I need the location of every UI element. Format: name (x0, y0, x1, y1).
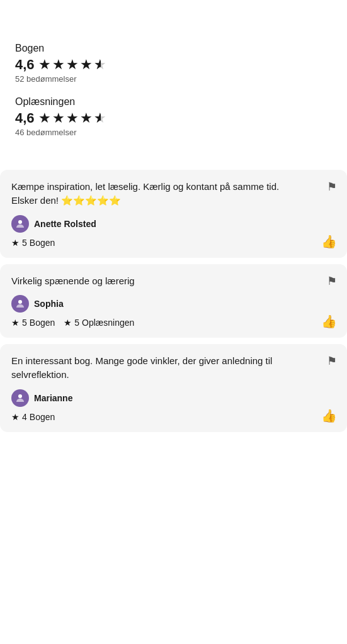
rating-block-1: Oplæsningen 4,6 ★★★★ ★ ★ 46 bedømmelser (15, 96, 332, 137)
modal-header (0, 0, 347, 23)
review-text: Virkelig spænende og lærerig (11, 274, 336, 288)
reviewer-name: Marianne (34, 393, 72, 403)
reviewer-row: Marianne (11, 389, 336, 407)
reviewer-row: Anette Rolsted (11, 215, 336, 233)
meta-star-icon: ★ (11, 318, 20, 328)
meta-score: 5 (22, 318, 27, 328)
reviewer-avatar (11, 295, 29, 313)
section-subtitle (0, 23, 347, 43)
review-text: Kæmpe inspiration, let læselig. Kærlig o… (11, 180, 336, 208)
reviewer-name: Sophia (34, 299, 64, 309)
star-icon: ★ (38, 58, 51, 72)
meta-star-icon: ★ (64, 318, 72, 328)
review-card: Virkelig spænende og lærerig ⚑ Sophia ★ … (0, 264, 347, 338)
review-count: 52 bedømmelser (15, 74, 332, 84)
close-button[interactable] (312, 1, 332, 21)
reviewer-row: Sophia (11, 295, 336, 313)
reviews-list: Kæmpe inspiration, let læselig. Kærlig o… (0, 170, 347, 438)
stars: ★★★★ ★ ★ (38, 58, 106, 72)
rating-label: Oplæsningen (15, 96, 332, 108)
review-meta: ★ 5 Bogen (11, 238, 336, 248)
thumbs-up-button[interactable]: 👍 (321, 234, 337, 249)
review-meta-item: ★ 5 Bogen (11, 318, 55, 328)
review-text: En interessant bog. Mange gode vinkler, … (11, 354, 336, 382)
stars-row: 4,6 ★★★★ ★ ★ (15, 110, 332, 126)
review-meta-item: ★ 5 Bogen (11, 238, 55, 248)
meta-type: Bogen (30, 412, 55, 422)
rating-label: Bogen (15, 43, 332, 54)
review-card: En interessant bog. Mange gode vinkler, … (0, 344, 347, 432)
meta-type: Bogen (30, 238, 55, 248)
meta-score: 4 (22, 412, 27, 422)
star-icon: ★ (80, 58, 93, 72)
flag-button[interactable]: ⚑ (327, 354, 337, 368)
review-meta-item: ★ 4 Bogen (11, 412, 55, 422)
flag-button[interactable]: ⚑ (327, 274, 337, 288)
meta-star-icon: ★ (11, 238, 20, 248)
meta-score: 5 (74, 318, 79, 328)
review-meta-item: ★ 5 Oplæsningen (64, 318, 134, 328)
review-meta: ★ 5 Bogen ★ 5 Oplæsningen (11, 318, 336, 328)
flag-button[interactable]: ⚑ (327, 180, 337, 194)
star-half-icon: ★ ★ (94, 58, 106, 72)
reviewer-avatar (11, 215, 29, 233)
reviewer-avatar (11, 389, 29, 407)
rating-score: 4,6 (15, 57, 35, 73)
svg-point-1 (18, 300, 22, 304)
meta-score: 5 (22, 238, 27, 248)
star-icon: ★ (66, 58, 79, 72)
meta-type: Oplæsningen (82, 318, 134, 328)
ratings-section: Bogen 4,6 ★★★★ ★ ★ 52 bedømmelser Oplæsn… (0, 43, 347, 170)
star-icon: ★ (52, 58, 65, 72)
stars-row: 4,6 ★★★★ ★ ★ (15, 57, 332, 73)
rating-block-0: Bogen 4,6 ★★★★ ★ ★ 52 bedømmelser (15, 43, 332, 84)
star-half-icon: ★ ★ (94, 111, 106, 125)
review-meta: ★ 4 Bogen (11, 412, 336, 422)
review-card: Kæmpe inspiration, let læselig. Kærlig o… (0, 170, 347, 258)
svg-point-2 (18, 394, 22, 398)
thumbs-up-button[interactable]: 👍 (321, 314, 337, 329)
rating-score: 4,6 (15, 110, 35, 126)
meta-type: Bogen (30, 318, 55, 328)
star-icon: ★ (80, 111, 93, 125)
stars: ★★★★ ★ ★ (38, 111, 106, 125)
meta-star-icon: ★ (11, 412, 20, 422)
reviewer-name: Anette Rolsted (34, 219, 96, 229)
review-count: 46 bedømmelser (15, 128, 332, 137)
thumbs-up-button[interactable]: 👍 (321, 408, 337, 423)
star-icon: ★ (66, 111, 79, 125)
star-icon: ★ (52, 111, 65, 125)
svg-point-0 (18, 220, 22, 224)
star-icon: ★ (38, 111, 51, 125)
